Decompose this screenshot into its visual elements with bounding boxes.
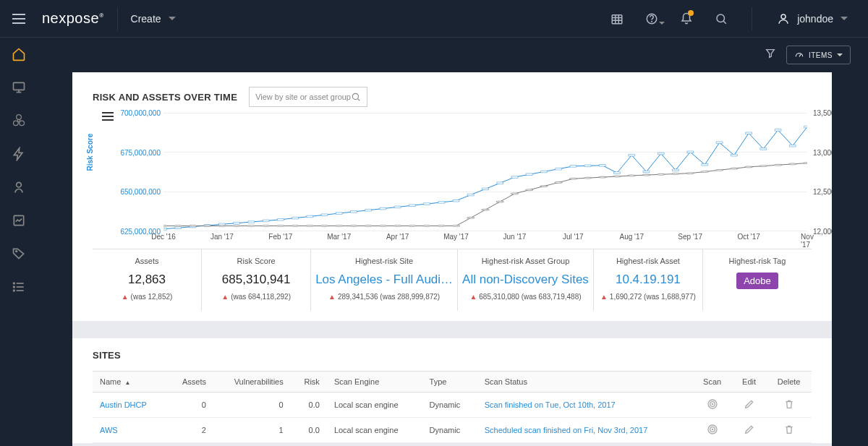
x-tick: Nov '17 [801, 233, 814, 249]
brand-logo: nexpose® [42, 10, 104, 27]
stat-cell: Highest-risk Asset GroupAll non-Discover… [457, 249, 593, 311]
site-assets: 0 [167, 393, 213, 418]
x-tick: Oct '17 [737, 233, 760, 241]
svg-rect-43 [365, 209, 372, 211]
sites-card: SITES Name ▲AssetsVulnerabilitiesRiskSca… [72, 338, 832, 443]
sidebar-list-icon[interactable] [11, 279, 27, 295]
table-header[interactable]: Delete [766, 372, 812, 393]
svg-rect-70 [760, 148, 767, 150]
svg-rect-44 [380, 207, 386, 210]
edit-icon[interactable] [744, 403, 755, 411]
sites-title: SITES [93, 350, 812, 361]
user-menu[interactable]: johndoe [765, 12, 859, 25]
x-tick: Dec '16 [151, 233, 176, 241]
table-header[interactable]: Scan Status [477, 372, 693, 393]
scan-icon[interactable] [707, 403, 718, 411]
svg-point-108 [657, 173, 665, 175]
site-name[interactable]: AWS [93, 418, 167, 443]
svg-rect-34 [234, 222, 240, 224]
site-status[interactable]: Scheduled scan finished on Fri, Nov 3rd,… [477, 418, 693, 443]
svg-rect-68 [731, 154, 737, 156]
site-risk: 0.0 [291, 393, 327, 418]
svg-rect-55 [540, 171, 547, 173]
svg-point-124 [712, 429, 712, 429]
chart-plot-area: Risk Score Assets 700,000,000675,000,000… [98, 113, 812, 243]
svg-point-17 [17, 182, 22, 187]
y-tick-right: 12,500 [813, 188, 832, 196]
sidebar-home-icon[interactable] [11, 46, 27, 62]
stat-label: Highest-risk Asset [598, 257, 698, 265]
svg-line-26 [799, 54, 801, 57]
svg-rect-72 [789, 145, 796, 147]
sidebar-tag-icon[interactable] [11, 246, 27, 262]
x-tick: Feb '17 [268, 233, 292, 241]
svg-rect-67 [716, 142, 723, 144]
stat-value[interactable]: All non-Discovery Sites [462, 273, 589, 287]
stat-value[interactable]: 10.4.19.191 [598, 273, 698, 287]
risk-assets-card: RISK AND ASSETS OVER TIME View by site o… [72, 72, 832, 321]
table-header[interactable]: Risk [291, 372, 327, 393]
table-header[interactable]: Scan [692, 372, 732, 393]
svg-rect-35 [248, 221, 255, 223]
site-vulns: 1 [213, 418, 291, 443]
svg-point-121 [712, 403, 712, 404]
filter-icon[interactable] [765, 48, 776, 62]
site-status[interactable]: Scan finished on Tue, Oct 10th, 2017 [477, 393, 693, 418]
stat-label: Assets [97, 257, 197, 265]
help-icon[interactable] [634, 0, 669, 38]
table-header[interactable]: Name ▲ [93, 372, 167, 393]
svg-point-102 [569, 178, 577, 179]
svg-point-96 [482, 209, 490, 210]
delete-icon[interactable] [783, 403, 795, 411]
edit-icon[interactable] [744, 428, 755, 437]
svg-point-84 [306, 226, 314, 227]
site-engine: Local scan engine [327, 418, 422, 443]
table-header[interactable]: Assets [167, 372, 213, 393]
svg-rect-60 [614, 172, 621, 174]
site-assets: 2 [167, 418, 213, 443]
stat-cell: Risk Score685,310,941▲(was 684,118,292) [201, 249, 310, 311]
main-content: RISK AND ASSETS OVER TIME View by site o… [72, 72, 832, 446]
sidebar-chart-icon[interactable] [11, 213, 27, 228]
svg-rect-63 [658, 153, 664, 155]
chart-search-input[interactable]: View by site or asset group [249, 87, 367, 107]
table-header[interactable]: Edit [732, 372, 766, 393]
svg-point-82 [276, 226, 284, 227]
svg-rect-37 [277, 218, 284, 220]
x-tick: Mar '17 [327, 233, 351, 241]
sidebar-person-icon[interactable] [11, 179, 27, 195]
svg-point-111 [701, 171, 709, 173]
svg-point-15 [14, 121, 19, 126]
sidebar-monitor-icon[interactable] [11, 80, 27, 95]
svg-point-118 [804, 163, 807, 164]
scan-icon[interactable] [707, 428, 718, 437]
table-header[interactable]: Scan Engine [327, 372, 422, 393]
search-icon[interactable] [704, 0, 739, 38]
svg-point-105 [613, 176, 621, 177]
sidebar-flash-icon[interactable] [11, 146, 27, 162]
stat-value[interactable]: Los Angeles - Full Audi… [315, 273, 453, 287]
svg-point-89 [379, 226, 387, 227]
legend-toggle-icon[interactable] [102, 110, 114, 123]
table-header[interactable]: Type [422, 372, 477, 393]
table-header[interactable]: Vulnerabilities [213, 372, 291, 393]
svg-point-80 [247, 226, 255, 227]
site-vulns: 0 [213, 393, 291, 418]
svg-rect-61 [629, 154, 635, 156]
stat-tag[interactable]: Adobe [736, 273, 778, 289]
site-name[interactable]: Austin DHCP [93, 393, 167, 418]
sidebar-biohazard-icon[interactable] [11, 113, 27, 129]
x-tick: Sep '17 [678, 233, 702, 241]
svg-point-78 [218, 226, 226, 227]
create-menu[interactable]: Create [131, 13, 176, 25]
delete-icon[interactable] [783, 428, 795, 437]
menu-icon[interactable] [9, 9, 29, 29]
svg-point-97 [496, 201, 504, 202]
items-dropdown[interactable]: ITEMS [786, 46, 851, 64]
calendar-icon[interactable] [600, 0, 634, 38]
table-row: Austin DHCP000.0Local scan engineDynamic… [93, 393, 812, 418]
svg-point-77 [203, 226, 211, 227]
svg-point-115 [760, 166, 767, 167]
stat-delta: ▲685,310,080 (was 683,719,488) [462, 293, 589, 301]
notifications-icon[interactable] [669, 0, 704, 38]
